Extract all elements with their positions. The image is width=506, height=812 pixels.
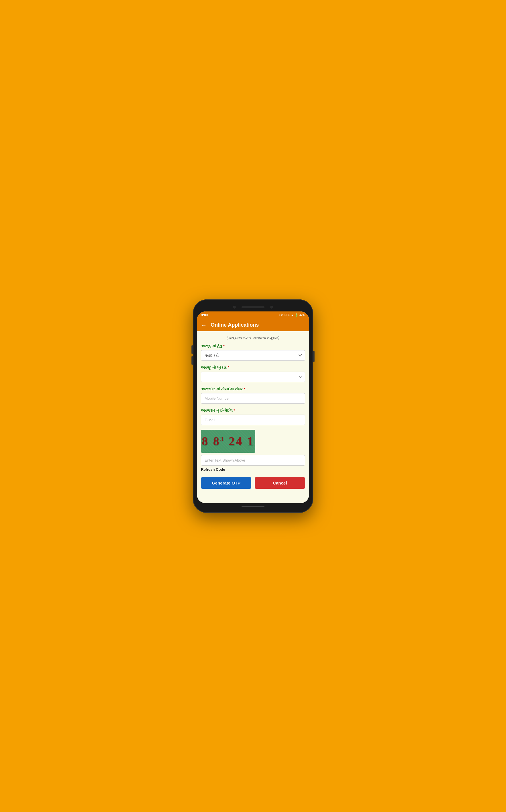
wifi-icon: ⊙ — [281, 314, 283, 317]
cancel-button[interactable]: Cancel — [255, 477, 305, 489]
battery-icon: 🔋 — [295, 314, 298, 317]
required-star-4: * — [234, 408, 235, 413]
breadcrumb: (કારણ્દશક નોટસ અન્વયના રજૂઆત) — [201, 336, 305, 340]
status-icons: • ⊙ LTE ▲ 🔋 47% — [279, 314, 305, 317]
volume-up-button — [191, 345, 193, 354]
mobile-input[interactable] — [201, 393, 305, 404]
button-row: Generate OTP Cancel — [201, 477, 305, 489]
phone-screen: 9:09 • ⊙ LTE ▲ 🔋 47% ← Online Applicatio… — [197, 312, 309, 503]
label-araji-hetu: અરજી નો હેતુ * — [201, 344, 305, 348]
signal-icon: ▲ — [291, 314, 293, 317]
back-button[interactable]: ← — [201, 322, 206, 328]
required-star-2: * — [228, 365, 229, 369]
phone-bottom-bar — [197, 503, 309, 509]
side-buttons-left — [191, 345, 193, 365]
label-araji-prakar: અરજી નો પ્રકાર * — [201, 365, 305, 370]
power-button — [313, 351, 315, 362]
phone-frame: 9:09 • ⊙ LTE ▲ 🔋 47% ← Online Applicatio… — [193, 299, 313, 513]
refresh-code-button[interactable]: Refresh Code — [201, 467, 225, 472]
generate-otp-button[interactable]: Generate OTP — [201, 477, 251, 489]
select-araji-hetu[interactable]: પસંદ કરો — [201, 350, 305, 361]
captcha-image: 8 83 24 1 — [201, 430, 255, 453]
front-camera-dot — [233, 306, 236, 309]
dot-icon: • — [279, 314, 280, 317]
form-container: (કારણ્દશક નોટસ અન્વયના રજૂઆત) અરજી નો હે… — [197, 331, 309, 503]
required-star-1: * — [223, 344, 225, 348]
captcha-input[interactable] — [201, 455, 305, 466]
home-indicator — [242, 506, 264, 507]
status-bar: 9:09 • ⊙ LTE ▲ 🔋 47% — [197, 312, 309, 319]
earpiece-speaker — [242, 306, 264, 308]
label-email: અરજદાર નું ઈ-મેઈલ * — [201, 408, 305, 413]
lte-icon: LTE — [284, 314, 289, 317]
app-title: Online Applications — [210, 322, 259, 328]
label-mobile: અરજદાર નો મોબાઈલ નંબર * — [201, 387, 305, 391]
field-araji-prakar: અરજી નો પ્રકાર * — [201, 365, 305, 382]
phone-top-bar — [197, 303, 309, 312]
field-araji-hetu: અરજી નો હેતુ * પસંદ કરો — [201, 344, 305, 361]
required-star-3: * — [244, 387, 245, 391]
volume-down-button — [191, 356, 193, 365]
battery-percent: 47% — [300, 314, 305, 317]
select-araji-prakar[interactable] — [201, 371, 305, 382]
field-email: અરજદાર નું ઈ-મેઈલ * — [201, 408, 305, 425]
front-camera — [270, 306, 273, 309]
side-buttons-right — [313, 351, 315, 362]
status-time: 9:09 — [201, 313, 208, 317]
captcha-text: 8 83 24 1 — [202, 434, 254, 448]
app-bar: ← Online Applications — [197, 319, 309, 331]
email-input[interactable] — [201, 415, 305, 425]
captcha-container: 8 83 24 1 Refresh Code — [201, 430, 305, 472]
field-mobile: અરજદાર નો મોબાઈલ નંબર * — [201, 387, 305, 404]
